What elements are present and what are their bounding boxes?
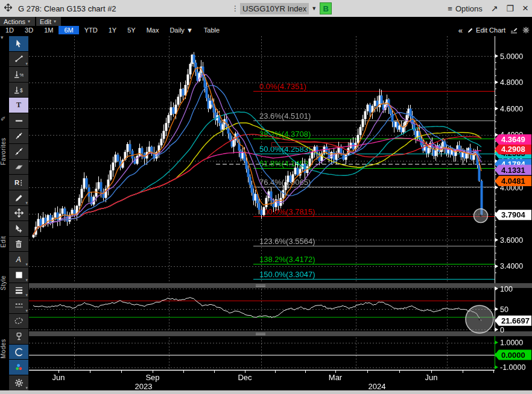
fib-dollar-tool[interactable]: $ bbox=[9, 83, 28, 98]
lasso-tool[interactable] bbox=[9, 314, 28, 329]
horizontal-line-tool[interactable] bbox=[9, 113, 28, 128]
toolbar-section-edit: Edit bbox=[0, 231, 8, 252]
color-mode-tool[interactable] bbox=[9, 360, 28, 375]
rail-pencil-icon: ✎ bbox=[0, 116, 7, 120]
pin-tool[interactable] bbox=[9, 329, 28, 344]
svg-text:R: R bbox=[14, 179, 19, 186]
delete-tool[interactable] bbox=[9, 237, 28, 252]
svg-text:$: $ bbox=[20, 87, 23, 93]
toolbar-section-modes: Modes bbox=[0, 333, 8, 364]
settings-tool[interactable]: ▾ bbox=[9, 375, 28, 390]
toolbar-section-style: Style bbox=[0, 269, 8, 297]
line-width-tool[interactable]: ▾ bbox=[9, 283, 28, 298]
segment-tool[interactable] bbox=[9, 129, 28, 144]
multi-select-tool[interactable] bbox=[9, 221, 28, 236]
collapse-toolbar-icon[interactable]: ▾ bbox=[1, 34, 4, 40]
trendline-tool[interactable]: ▾ bbox=[9, 52, 28, 67]
channel-tool[interactable] bbox=[9, 160, 28, 175]
font-style-tool[interactable]: A▾ bbox=[9, 252, 28, 267]
svg-text:%: % bbox=[19, 72, 24, 78]
toolbar-section-favorites: Favorites bbox=[0, 124, 8, 179]
ray-tool[interactable] bbox=[9, 144, 28, 159]
fib-percent-tool[interactable]: % bbox=[9, 67, 28, 82]
pencil-tool[interactable]: ▾ bbox=[9, 190, 28, 205]
regression-tool[interactable]: R bbox=[9, 175, 28, 190]
chart-canvas[interactable] bbox=[0, 0, 532, 394]
cursor-tool[interactable] bbox=[9, 36, 28, 51]
line-style-tool[interactable]: ▾ bbox=[9, 298, 28, 313]
fill-color-tool[interactable]: ▾ bbox=[9, 267, 28, 283]
curve-tool[interactable] bbox=[9, 345, 28, 360]
text-tool[interactable]: T bbox=[9, 98, 28, 113]
toolbar-rail: ▾ ✎FavoritesEditStyleModes bbox=[0, 34, 8, 389]
svg-text:A: A bbox=[15, 255, 21, 264]
bloomberg-chart-window: G 278: Clean G153 chart #2 ⋮ USGG10YR In… bbox=[0, 0, 532, 394]
pan-tool[interactable] bbox=[9, 206, 28, 221]
drawing-toolbar: ▾ ✎FavoritesEditStyleModes ▾%$TR▾A▾▾▾▾▾ bbox=[0, 34, 29, 389]
